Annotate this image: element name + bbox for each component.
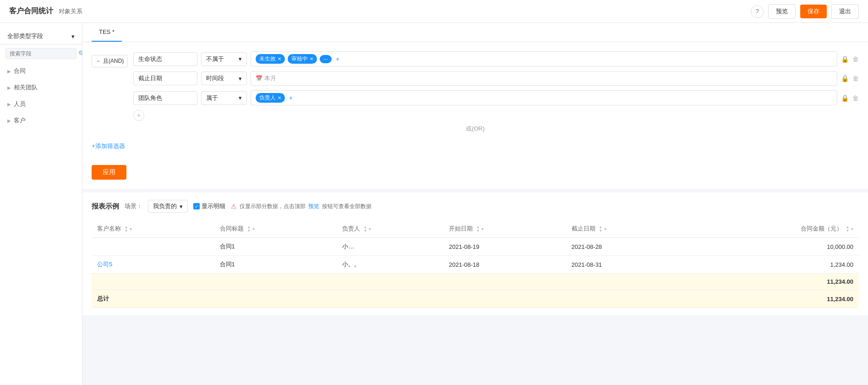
sidebar-item-label: 合同 [14, 67, 26, 75]
sort-icons: ▲ ▼ [599, 226, 602, 233]
header: 客户合同统计 对象关系 ? 预览 保存 退出 [0, 0, 868, 23]
lock-icon[interactable]: 🔒 [841, 75, 849, 82]
preview-link[interactable]: 预览 [308, 203, 319, 210]
td-contract-2: 合同1 [214, 256, 337, 274]
add-filter-row-button[interactable]: ＋ [133, 110, 144, 121]
filter-actions-1: 🔒 🗑 [841, 55, 859, 63]
add-filter-link[interactable]: +添加筛选器 [92, 142, 125, 150]
td-contract-1: 合同1 [214, 238, 337, 256]
chevron-down-icon: ▾ [239, 55, 242, 62]
table-header-row: 客户名称 ▲ ▼ ▾ 合同标题 ▲ ▼ [92, 220, 859, 238]
filter-actions-2: 🔒 🗑 [841, 75, 859, 82]
column-menu-icon[interactable]: ▾ [369, 226, 371, 231]
td-subtotal-label [92, 274, 688, 290]
content-area: TES * － 且(AND) 生命状态 不属于 ▾ [82, 23, 868, 385]
report-table: 客户名称 ▲ ▼ ▾ 合同标题 ▲ ▼ [92, 220, 859, 308]
sidebar: 全部类型字段 ▾ 🔍 ▶ 合同 ▶ 相关团队 ▶ 人员 ▶ 客户 [0, 23, 82, 385]
tag-close-icon[interactable]: ✕ [278, 56, 281, 61]
tag-shenheozhong: 审核中 ✕ [288, 54, 317, 64]
filter-operator-1[interactable]: 不属于 ▾ [201, 52, 247, 66]
sort-desc-icon[interactable]: ▼ [599, 229, 602, 233]
minus-icon: － [96, 57, 101, 65]
tag-close-icon[interactable]: ✕ [310, 56, 313, 61]
sort-desc-icon[interactable]: ▼ [247, 229, 251, 233]
sort-desc-icon[interactable]: ▼ [125, 229, 128, 233]
sort-desc-icon[interactable]: ▼ [476, 229, 480, 233]
filter-actions-3: 🔒 🗑 [841, 94, 859, 102]
chevron-down-icon: ▾ [239, 75, 242, 82]
and-group: － 且(AND) 生命状态 不属于 ▾ 未生效 [92, 51, 859, 121]
sort-desc-icon[interactable]: ▼ [364, 229, 367, 233]
sort-desc-icon[interactable]: ▼ [846, 229, 849, 233]
table-row: 公司5 合同1 小。。 2021-08-18 2021-08-31 1,234.… [92, 256, 859, 274]
and-label: － 且(AND) [92, 55, 128, 67]
td-customer-2: 公司5 [92, 256, 214, 274]
th-customer: 客户名称 ▲ ▼ ▾ [92, 220, 214, 238]
arrow-icon: ▶ [7, 118, 11, 123]
filter-field-2: 截止日期 [133, 72, 197, 85]
sidebar-item-label: 相关团队 [14, 83, 38, 92]
report-header: 报表示例 场景： 我负责的 ▾ 显示明细 ⚠ 仅显示部分数据，点击顶部 预览 按… [92, 200, 859, 213]
filter-value-1: 未生效 ✕ 审核中 ✕ ··· ＋ [251, 51, 837, 66]
tag-fuzerren: 负责人 ✕ [256, 93, 285, 103]
delete-icon[interactable]: 🗑 [852, 94, 859, 102]
add-tag-icon[interactable]: ＋ [288, 94, 294, 102]
td-amount-2: 1,234.00 [688, 256, 859, 274]
help-button[interactable]: ? [751, 5, 764, 18]
sort-icons: ▲ ▼ [364, 226, 367, 233]
sidebar-item-customer[interactable]: ▶ 客户 [0, 112, 82, 129]
filter-row-1: 生命状态 不属于 ▾ 未生效 ✕ 审核中 ✕ [133, 51, 859, 66]
calendar-icon: 📅 [256, 75, 262, 82]
search-input[interactable] [10, 50, 78, 57]
show-detail-checkbox[interactable] [193, 203, 200, 209]
column-menu-icon[interactable]: ▾ [604, 226, 606, 231]
lock-icon[interactable]: 🔒 [841, 55, 849, 63]
filter-rows: 生命状态 不属于 ▾ 未生效 ✕ 审核中 ✕ [133, 51, 859, 121]
column-menu-icon[interactable]: ▾ [851, 226, 853, 231]
type-selector[interactable]: 全部类型字段 ▾ [0, 28, 82, 44]
sidebar-item-contract[interactable]: ▶ 合同 [0, 63, 82, 79]
column-menu-icon[interactable]: ▾ [252, 226, 255, 231]
show-detail-checkbox-wrapper: 显示明细 [193, 202, 225, 210]
apply-button[interactable]: 应用 [92, 165, 126, 180]
tag-close-icon[interactable]: ✕ [278, 95, 281, 100]
filter-field-3: 团队角色 [133, 91, 197, 105]
delete-icon[interactable]: 🗑 [852, 55, 859, 63]
arrow-icon: ▶ [7, 102, 11, 107]
th-start-date: 开始日期 ▲ ▼ ▾ [443, 220, 566, 238]
tag-more[interactable]: ··· [320, 55, 332, 63]
sort-icons: ▲ ▼ [476, 226, 480, 233]
scene-select[interactable]: 我负责的 ▾ [148, 200, 188, 213]
main-layout: 全部类型字段 ▾ 🔍 ▶ 合同 ▶ 相关团队 ▶ 人员 ▶ 客户 TES * [0, 23, 868, 385]
td-owner-2: 小。。 [337, 256, 443, 274]
filter-section: － 且(AND) 生命状态 不属于 ▾ 未生效 [82, 42, 868, 189]
filter-operator-2[interactable]: 时间段 ▾ [201, 72, 247, 85]
td-owner-1: 小… [337, 238, 443, 256]
customer-link[interactable]: 公司5 [97, 261, 112, 268]
tab-tes[interactable]: TES * [92, 23, 122, 42]
exit-button[interactable]: 退出 [831, 4, 859, 19]
column-menu-icon[interactable]: ▾ [481, 226, 484, 231]
preview-button[interactable]: 预览 [768, 4, 796, 19]
filter-value-3: 负责人 ✕ ＋ [251, 90, 837, 105]
save-button[interactable]: 保存 [800, 5, 827, 18]
sidebar-item-person[interactable]: ▶ 人员 [0, 96, 82, 112]
chevron-down-icon: ▾ [180, 203, 183, 210]
sidebar-item-team[interactable]: ▶ 相关团队 [0, 79, 82, 96]
filter-operator-3[interactable]: 属于 ▾ [201, 91, 247, 105]
type-selector-label: 全部类型字段 [7, 32, 43, 40]
report-title: 报表示例 [92, 202, 119, 211]
delete-icon[interactable]: 🗑 [852, 75, 859, 82]
lock-icon[interactable]: 🔒 [841, 94, 849, 102]
td-end-1: 2021-08-28 [566, 238, 689, 256]
or-divider: 或(OR) [92, 121, 859, 137]
add-tag-icon[interactable]: ＋ [334, 55, 341, 63]
tag-weishengxiao: 未生效 ✕ [256, 54, 285, 64]
td-total-empty-2 [337, 290, 443, 308]
td-customer-1 [92, 238, 214, 256]
filter-row-2: 截止日期 时间段 ▾ 📅 本月 🔒 [133, 71, 859, 86]
chevron-down-icon: ▾ [71, 33, 75, 40]
column-menu-icon[interactable]: ▾ [130, 226, 132, 231]
th-contract: 合同标题 ▲ ▼ ▾ [214, 220, 337, 238]
warning-info: ⚠ 仅显示部分数据，点击顶部 预览 按钮可查看全部数据 [231, 203, 371, 210]
